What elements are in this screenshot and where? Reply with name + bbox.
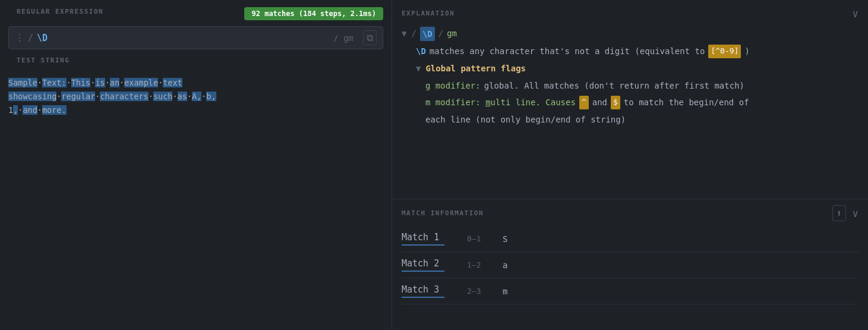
match-info-controls: ⬆ ∨ (832, 205, 858, 221)
regex-row: ⋮ / / gm ⧉ (8, 26, 383, 49)
exp-g-label: g modifier: (425, 79, 481, 92)
exp-slash-close: / (438, 27, 443, 40)
exp-m-label: m modifier: multi line. Causes (425, 96, 576, 109)
explanation-section: EXPLANATION ∨ ▼ / \D / gm \D matches any… (392, 0, 868, 199)
exp-m-text3: each line (not only begin/end of string) (425, 113, 626, 126)
test-label-wrapper: TEST STRING (0, 56, 392, 69)
left-panel: REGULAR EXPRESSION 92 matches (184 steps… (0, 0, 392, 330)
match-list: Match 1 0–1 S Match 2 1–2 a Match 3 2–3 … (402, 226, 858, 304)
exp-flags-arrow[interactable]: ▼ (416, 62, 421, 75)
exp-desc-text: matches any character that's not a digit… (430, 45, 705, 58)
exp-g-text: global. All matches (don't return after … (484, 79, 744, 92)
match-item: Match 2 1–2 a (402, 252, 858, 278)
exp-flags: gm (447, 27, 457, 40)
match-label: Match 3 (402, 284, 455, 298)
test-string-area[interactable]: Sample·Text:·This·is·an·example·text sho… (0, 69, 392, 330)
exp-m-text2: to match the begin/end of (624, 96, 749, 109)
exp-caret-box: ^ (579, 96, 589, 109)
match-item: Match 1 0–1 S (402, 226, 858, 252)
regex-header: REGULAR EXPRESSION 92 matches (184 steps… (0, 7, 392, 20)
copy-icon[interactable]: ⧉ (363, 30, 377, 45)
match-info-section: MATCH INFORMATION ⬆ ∨ Match 1 0–1 S Matc… (392, 199, 868, 330)
test-label: TEST STRING (8, 56, 383, 69)
match-badge: 92 matches (184 steps, 2.1ms) (244, 7, 383, 20)
match-label: Match 2 (402, 258, 455, 272)
exp-dollar-box: $ (611, 96, 620, 109)
explanation-title: EXPLANATION (402, 10, 454, 17)
match-item: Match 3 2–3 m (402, 278, 858, 304)
export-icon[interactable]: ⬆ (832, 205, 847, 221)
exp-global-flags-line: ▼ Global pattern flags (402, 62, 858, 75)
exp-g-modifier-line: g modifier: global. All matches (don't r… (402, 79, 858, 92)
test-string-content: Sample·Text:·This·is·an·example·text sho… (8, 76, 383, 117)
exp-code-ref: \D (416, 45, 426, 58)
exp-equiv-box: [^0-9] (708, 45, 741, 58)
exp-code-box: \D (420, 27, 435, 41)
explanation-collapse-chevron[interactable]: ∨ (852, 7, 858, 20)
match-info-title: MATCH INFORMATION (402, 209, 484, 217)
exp-flags-label: Global pattern flags (425, 62, 526, 75)
regex-label: REGULAR EXPRESSION (8, 8, 112, 20)
regex-input[interactable] (37, 33, 330, 43)
match-info-chevron[interactable]: ∨ (852, 207, 858, 219)
exp-close-paren: ) (744, 45, 749, 58)
exp-m-line2: each line (not only begin/end of string) (402, 113, 858, 126)
slash-open: / (28, 33, 33, 43)
regex-flags: / gm (333, 33, 353, 43)
exp-main-arrow[interactable]: ▼ (402, 27, 406, 40)
exp-m-and: and (592, 96, 607, 109)
right-panel: EXPLANATION ∨ ▼ / \D / gm \D matches any… (392, 0, 868, 330)
explanation-header: EXPLANATION ∨ (402, 7, 858, 20)
match-info-header: MATCH INFORMATION ⬆ ∨ (402, 199, 858, 226)
exp-desc-line: \D matches any character that's not a di… (402, 45, 858, 58)
match-label: Match 1 (402, 232, 455, 246)
exp-slash-open: / (411, 27, 416, 40)
exp-main-line: ▼ / \D / gm (402, 27, 858, 41)
exp-m-modifier-line: m modifier: multi line. Causes ^ and $ t… (402, 96, 858, 109)
dots-icon[interactable]: ⋮ (15, 32, 24, 43)
